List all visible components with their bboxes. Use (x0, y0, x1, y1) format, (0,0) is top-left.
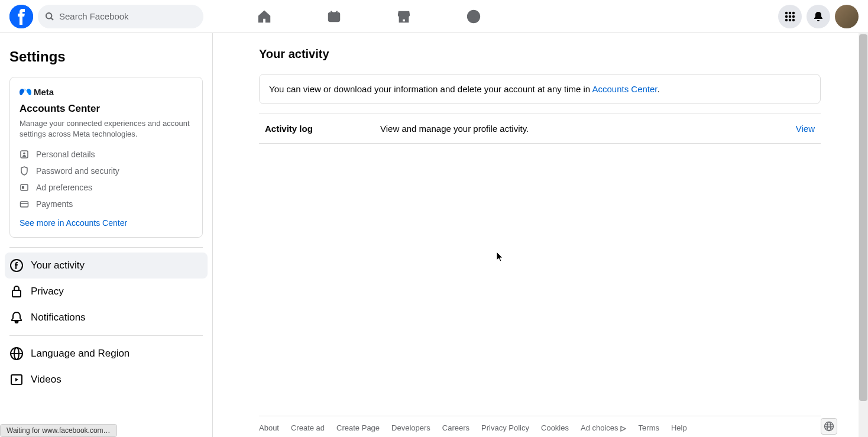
accounts-card-title: Accounts Center (20, 103, 193, 115)
footer-developers[interactable]: Developers (391, 423, 430, 432)
search-icon (45, 12, 54, 21)
footer-terms[interactable]: Terms (639, 423, 659, 432)
svg-point-6 (789, 11, 791, 14)
ad-preferences-item[interactable]: Ad preferences (20, 179, 193, 196)
svg-rect-21 (12, 290, 21, 297)
ad-preferences-label: Ad preferences (36, 183, 92, 192)
header-left (9, 5, 203, 28)
footer-about[interactable]: About (259, 423, 279, 432)
sidebar-language-label: Language and Region (31, 348, 129, 360)
meta-brand-text: Meta (34, 87, 54, 97)
svg-point-8 (785, 15, 788, 17)
video-icon (326, 9, 342, 24)
sidebar-item-language[interactable]: Language and Region (5, 341, 208, 367)
svg-rect-18 (21, 202, 28, 207)
personal-details-item[interactable]: Personal details (20, 146, 193, 163)
svg-rect-17 (22, 186, 24, 189)
sidebar: Settings Meta Accounts Center Manage you… (0, 33, 213, 437)
ad-preferences-icon (20, 183, 29, 192)
bell-icon (812, 11, 824, 22)
payments-icon (20, 199, 29, 209)
sidebar-item-notifications[interactable]: Notifications (5, 305, 208, 331)
notifications-button[interactable] (807, 5, 830, 28)
info-banner: You can view or download your informatio… (259, 74, 821, 104)
activity-log-title: Activity log (265, 124, 380, 134)
footer-careers[interactable]: Careers (442, 423, 469, 432)
svg-point-15 (23, 153, 25, 155)
content-main: Your activity You can view or download y… (259, 47, 821, 416)
sidebar-your-activity-label: Your activity (31, 260, 85, 271)
footer-create-page[interactable]: Create Page (336, 423, 380, 432)
language-floating-button[interactable] (821, 418, 837, 435)
svg-point-12 (789, 18, 791, 21)
accounts-center-card[interactable]: Meta Accounts Center Manage your connect… (9, 77, 203, 238)
footer: About Create ad Create Page Developers C… (259, 416, 821, 437)
svg-point-10 (792, 15, 795, 17)
nav-video[interactable] (302, 2, 367, 31)
grid-icon (784, 11, 796, 22)
sidebar-divider (9, 335, 203, 336)
profile-avatar[interactable] (835, 5, 859, 28)
payments-label: Payments (36, 199, 73, 209)
sidebar-item-privacy[interactable]: Privacy (5, 279, 208, 305)
facebook-circle-icon (9, 258, 24, 273)
see-more-accounts-link[interactable]: See more in Accounts Center (20, 212, 193, 232)
facebook-logo[interactable] (9, 5, 33, 28)
video-play-icon (9, 373, 24, 387)
scrollbar-thumb[interactable] (859, 34, 867, 401)
svg-point-11 (785, 18, 788, 21)
footer-create-ad[interactable]: Create ad (291, 423, 325, 432)
sidebar-item-your-activity[interactable]: Your activity (5, 253, 208, 279)
password-security-item[interactable]: Password and security (20, 163, 193, 179)
footer-help[interactable]: Help (671, 423, 687, 432)
search-box[interactable] (38, 5, 203, 28)
svg-point-9 (789, 15, 791, 17)
header (0, 0, 868, 33)
facebook-logo-icon (9, 5, 33, 28)
scrollbar-track[interactable] (859, 33, 868, 437)
activity-log-row: Activity log View and manage your profil… (259, 114, 821, 143)
home-icon (257, 9, 272, 24)
svg-point-13 (792, 18, 795, 21)
nav-marketplace[interactable] (371, 2, 436, 31)
personal-details-icon (20, 150, 29, 159)
main-container: Settings Meta Accounts Center Manage you… (0, 33, 868, 437)
banner-text: You can view or download your informatio… (269, 84, 592, 94)
sidebar-privacy-label: Privacy (31, 286, 64, 297)
sidebar-notifications-label: Notifications (31, 312, 86, 323)
content-area: Your activity You can view or download y… (213, 33, 868, 437)
meta-logo: Meta (20, 87, 193, 97)
accounts-center-link[interactable]: Accounts Center (592, 84, 657, 94)
password-security-label: Password and security (36, 166, 119, 176)
footer-cookies[interactable]: Cookies (541, 423, 569, 432)
banner-suffix: . (658, 84, 660, 94)
header-nav (232, 2, 506, 31)
globe-icon (9, 347, 24, 361)
browser-status-bar: Waiting for www.facebook.com… (0, 424, 117, 437)
nav-home[interactable] (232, 2, 297, 31)
svg-point-3 (471, 14, 474, 17)
personal-details-label: Personal details (36, 150, 95, 159)
marketplace-icon (396, 9, 412, 24)
accounts-card-description: Manage your connected experiences and ac… (20, 118, 193, 139)
activity-log-description: View and manage your profile activity. (380, 124, 796, 134)
search-input[interactable] (59, 11, 196, 21)
sidebar-item-videos[interactable]: Videos (5, 367, 208, 393)
svg-point-7 (792, 11, 795, 14)
globe-icon (824, 421, 834, 432)
payments-item[interactable]: Payments (20, 196, 193, 212)
settings-title: Settings (5, 43, 208, 77)
page-title: Your activity (259, 47, 821, 61)
footer-privacy-policy[interactable]: Privacy Policy (481, 423, 529, 432)
svg-point-5 (785, 11, 788, 14)
nav-groups[interactable] (441, 2, 506, 31)
bell-icon (9, 310, 24, 325)
footer-ad-choices[interactable]: Ad choices (581, 423, 627, 432)
groups-icon (466, 9, 481, 24)
section-divider (259, 143, 821, 144)
ad-choices-icon (620, 425, 627, 432)
menu-button[interactable] (778, 5, 802, 28)
lock-icon (9, 284, 24, 299)
activity-log-view-link[interactable]: View (796, 124, 815, 134)
header-right (778, 5, 859, 28)
